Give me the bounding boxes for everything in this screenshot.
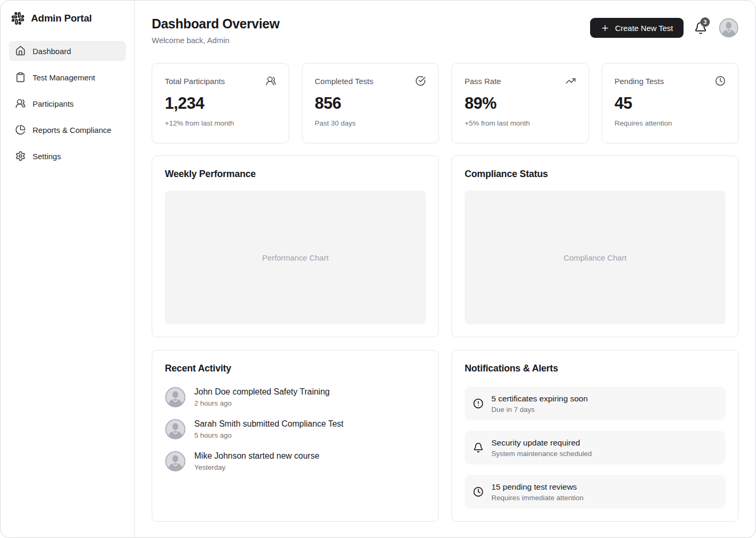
stat-card-completed-tests: Completed Tests 856 Past 30 days [302, 63, 439, 143]
activity-list: John Doe completed Safety Training 2 hou… [165, 387, 426, 472]
stat-subtext: Past 30 days [315, 119, 426, 127]
charts-row: Weekly Performance Performance Chart Com… [152, 156, 739, 337]
topbar: Dashboard Overview Welcome back, Admin C… [152, 16, 739, 45]
activity-time: 5 hours ago [194, 431, 343, 439]
sidebar-item-label: Reports & Compliance [33, 126, 111, 134]
notifications-bell-button[interactable]: 3 [694, 22, 707, 35]
admin-portal-app: Admin Portal Dashboard Test Management P… [0, 0, 756, 538]
stat-value: 1,234 [165, 94, 276, 113]
alert-subtext: Due in 7 days [491, 406, 588, 413]
sidebar-item-reports-compliance[interactable]: Reports & Compliance [9, 120, 126, 140]
panel-title: Recent Activity [165, 363, 426, 374]
alert-subtext: Requires immediate attention [491, 494, 584, 502]
stat-subtext: +5% from last month [465, 119, 576, 127]
compliance-chart-placeholder: Compliance Chart [465, 191, 726, 324]
alert-list: 5 certificates expiring soon Due in 7 da… [465, 387, 726, 509]
recent-activity-card: Recent Activity John Doe completed Safet… [152, 350, 439, 522]
stat-card-total-participants: Total Participants 1,234 +12% from last … [152, 63, 289, 143]
trending-up-icon [565, 76, 576, 86]
sidebar-item-test-management[interactable]: Test Management [9, 67, 126, 87]
activity-text: Sarah Smith submitted Compliance Test [194, 419, 343, 429]
alert-item-certificates-expiring[interactable]: 5 certificates expiring soon Due in 7 da… [465, 387, 726, 420]
slack-logo-icon [11, 12, 25, 25]
stat-card-pending-tests: Pending Tests 45 Requires attention [602, 63, 739, 143]
sidebar-item-settings[interactable]: Settings [9, 146, 126, 166]
stat-value: 89% [465, 94, 576, 113]
avatar [165, 451, 186, 472]
activity-time: 2 hours ago [194, 399, 330, 407]
weekly-performance-card: Weekly Performance Performance Chart [152, 156, 439, 337]
alert-title: 5 certificates expiring soon [491, 394, 588, 404]
sidebar-item-label: Participants [33, 99, 74, 108]
stat-label: Total Participants [165, 77, 225, 86]
stat-label: Completed Tests [315, 77, 373, 86]
avatar [165, 419, 186, 440]
placeholder-label: Performance Chart [262, 253, 329, 262]
page-subtitle: Welcome back, Admin [152, 36, 279, 45]
performance-chart-placeholder: Performance Chart [165, 191, 426, 324]
sidebar: Admin Portal Dashboard Test Management P… [1, 1, 135, 537]
gear-icon [15, 151, 26, 161]
avatar-icon [165, 451, 186, 472]
stat-value: 45 [615, 94, 726, 113]
sidebar-item-label: Dashboard [33, 47, 71, 56]
create-button-label: Create New Test [615, 24, 673, 33]
activity-text: John Doe completed Safety Training [194, 387, 330, 397]
activity-time: Yesterday [194, 463, 319, 471]
clock-icon [715, 76, 726, 86]
alert-item-security-update[interactable]: Security update required System maintena… [465, 431, 726, 464]
page-heading: Dashboard Overview Welcome back, Admin [152, 16, 279, 45]
alert-item-pending-reviews[interactable]: 15 pending test reviews Requires immedia… [465, 475, 726, 509]
bottom-row: Recent Activity John Doe completed Safet… [152, 350, 739, 522]
create-new-test-button[interactable]: Create New Test [590, 18, 684, 38]
stats-row: Total Participants 1,234 +12% from last … [152, 63, 739, 143]
alert-subtext: System maintenance scheduled [491, 450, 592, 458]
notifications-alerts-card: Notifications & Alerts 5 certificates ex… [452, 350, 739, 522]
avatar [165, 387, 186, 408]
compliance-status-card: Compliance Status Compliance Chart [452, 156, 739, 337]
panel-title: Notifications & Alerts [465, 363, 726, 374]
user-avatar[interactable] [719, 18, 739, 38]
activity-item: Sarah Smith submitted Compliance Test 5 … [165, 419, 426, 440]
avatar-icon [165, 387, 186, 408]
sidebar-nav: Dashboard Test Management Participants R… [9, 41, 126, 166]
bell-icon [473, 442, 484, 453]
notification-badge: 3 [700, 17, 710, 27]
avatar-icon [719, 18, 739, 38]
placeholder-label: Compliance Chart [563, 253, 626, 262]
stat-subtext: +12% from last month [165, 119, 276, 127]
avatar-icon [165, 419, 186, 440]
users-icon [266, 76, 276, 86]
main-content: Dashboard Overview Welcome back, Admin C… [135, 1, 755, 537]
sidebar-item-label: Settings [33, 152, 61, 161]
page-title: Dashboard Overview [152, 16, 279, 32]
clipboard-icon [15, 72, 26, 82]
activity-item: Mike Johnson started new course Yesterda… [165, 451, 426, 472]
activity-text: Mike Johnson started new course [194, 451, 319, 461]
stat-value: 856 [315, 94, 426, 113]
alert-circle-icon [473, 398, 484, 409]
clock-icon [473, 487, 484, 497]
check-circle-icon [415, 76, 426, 86]
sidebar-item-dashboard[interactable]: Dashboard [9, 41, 126, 61]
stat-label: Pass Rate [465, 77, 501, 86]
header-controls: Create New Test 3 [590, 18, 739, 38]
stat-card-pass-rate: Pass Rate 89% +5% from last month [452, 63, 589, 143]
panel-title: Compliance Status [465, 169, 726, 180]
stat-label: Pending Tests [615, 77, 664, 86]
panel-title: Weekly Performance [165, 169, 426, 180]
activity-item: John Doe completed Safety Training 2 hou… [165, 387, 426, 408]
users-icon [15, 98, 26, 109]
stat-subtext: Requires attention [615, 119, 726, 127]
pie-chart-icon [15, 125, 26, 135]
alert-title: Security update required [491, 438, 592, 448]
sidebar-item-participants[interactable]: Participants [9, 94, 126, 113]
brand: Admin Portal [9, 12, 126, 25]
home-icon [15, 46, 26, 56]
sidebar-item-label: Test Management [33, 73, 95, 82]
plus-icon [601, 24, 610, 33]
alert-title: 15 pending test reviews [491, 482, 584, 492]
brand-title: Admin Portal [31, 13, 92, 24]
